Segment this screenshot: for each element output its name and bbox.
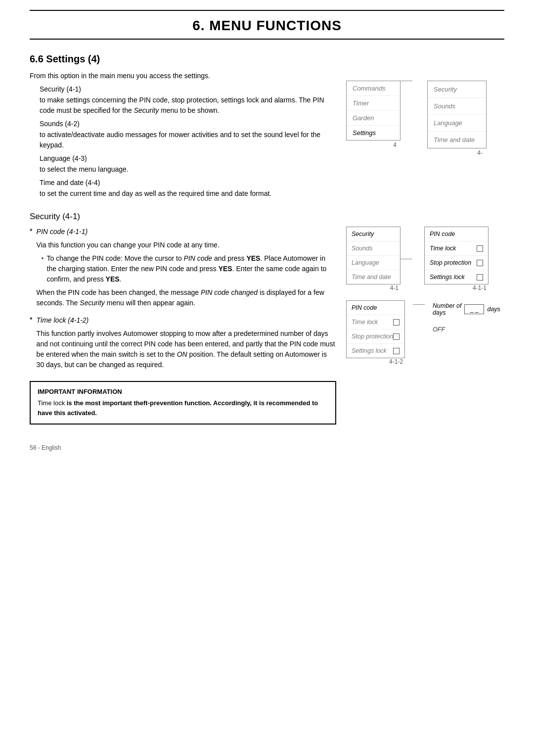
diag2-left-container: PIN code Time lock Stop protection Setti…	[346, 300, 405, 365]
diag-row-1: Security Sounds Language Time and date 4…	[346, 227, 504, 291]
sub-menu-box: Security Sounds Language Time and date	[427, 81, 487, 148]
off-label: OFF	[433, 326, 500, 333]
sub-item-2: Sounds (4-2)	[40, 120, 336, 128]
bullet-dot-2: •	[30, 314, 33, 373]
intro-text: From this option in the main menu you ac…	[30, 71, 346, 203]
footer-text: 58 - English	[30, 444, 61, 451]
security-section: Security (4-1) • PIN code (4-1-1) Via th…	[30, 212, 504, 429]
main-menu-container: Commands Timer Garden Settings 4	[346, 81, 400, 148]
security-subsection-heading: Security (4-1)	[30, 212, 504, 222]
diag1-connector	[400, 227, 412, 291]
diag1-right-timelock: Time lock	[425, 241, 488, 256]
diag1-left-container: Security Sounds Language Time and date 4…	[346, 227, 400, 291]
diag1-right-stopprotect: Stop protection	[425, 256, 488, 270]
sub-item-desc-4: to set the current time and day as well …	[40, 189, 336, 199]
diag2-settingslock-checkbox	[393, 348, 400, 354]
main-sub-connector	[400, 81, 412, 81]
sub-menu-container: Security Sounds Language Time and date 4…	[412, 81, 487, 156]
menu-item-commands: Commands	[347, 81, 400, 96]
diag2-connector-line	[413, 304, 425, 305]
top-diagram-wrapper: Commands Timer Garden Settings 4 Securit…	[346, 81, 487, 156]
bullet-time-lock: • Time lock (4-1-2) This function partly…	[30, 315, 336, 373]
sub-item-label-2: Sounds (4-2)	[40, 120, 80, 128]
diag2-timelock-checkbox	[393, 319, 400, 326]
diag1-right-number: 4-1-1	[412, 284, 489, 291]
sub-item-desc-2: to activate/deactivate audio messages fo…	[40, 130, 336, 150]
section-heading: 6.6 Settings (4)	[30, 53, 504, 65]
intro-paragraph: From this option in the main menu you ac…	[30, 71, 336, 81]
sub-item-text-2: to activate/deactivate audio messages fo…	[40, 130, 336, 150]
content-area: • PIN code (4-1-1) Via this function you…	[30, 227, 504, 429]
bullet-content-2: Time lock (4-1-2) This function partly i…	[37, 315, 336, 373]
important-box: IMPORTANT INFORMATION Time lock is the m…	[30, 381, 336, 425]
diag1-right-container: PIN code Time lock Stop protection Setti…	[412, 227, 489, 291]
stopprotect-checkbox	[477, 260, 483, 266]
diag2-left-number: 4-1-2	[346, 358, 405, 365]
main-menu-number: 4	[346, 141, 400, 148]
diag1-left-timedate: Time and date	[347, 270, 400, 284]
diag2-left-timelock: Time lock	[347, 315, 404, 330]
content-diagrams: Security Sounds Language Time and date 4…	[346, 227, 504, 429]
sub-item-text-3: to select the menu language.	[40, 164, 336, 175]
diag1-connector-line	[400, 259, 412, 259]
content-text: • PIN code (4-1-1) Via this function you…	[30, 227, 346, 429]
diag1-left-sounds: Sounds	[347, 241, 400, 256]
diag2-connector	[413, 304, 425, 305]
days-row: Number ofdays _ _ days	[433, 302, 500, 316]
sub-item-3: Language (4-3)	[40, 154, 336, 162]
bullet-pin-code: • PIN code (4-1-1) Via this function you…	[30, 227, 336, 311]
days-input: _ _	[464, 304, 484, 314]
time-lock-desc: This function partly involves Automower …	[37, 329, 336, 370]
sub-item-label-1: Security (4-1)	[40, 85, 81, 93]
diag2-left-pincode: PIN code	[347, 301, 404, 315]
sub-bullet-1: • To change the PIN code: Move the curso…	[42, 253, 336, 284]
diagram-4-1: Security Sounds Language Time and date 4…	[346, 227, 504, 291]
sub-item-text-1: to make settings concerning the PIN code…	[40, 95, 336, 116]
diag1-left-number: 4-1	[346, 284, 400, 291]
sub-bullet-dot-1: •	[42, 253, 44, 284]
page-footer: 58 - English	[30, 444, 504, 451]
important-text: Time lock is the most important theft-pr…	[38, 398, 328, 418]
menu-item-garden: Garden	[347, 111, 400, 126]
sub-item-text-4: to set the current time and day as well …	[40, 189, 336, 199]
sub-menu-language: Language	[428, 115, 486, 132]
chapter-title: 6. MENU FUNCTIONS	[30, 10, 504, 40]
diag1-left-box: Security Sounds Language Time and date	[346, 227, 400, 284]
sub-menu-number: 4-	[412, 148, 487, 156]
sub-menu-timedate: Time and date	[428, 132, 486, 148]
sub-menu-sounds: Sounds	[428, 98, 486, 115]
diag2-left-settingslock: Settings lock	[347, 344, 404, 358]
sub-item-1: Security (4-1)	[40, 85, 336, 93]
sub-menu-security: Security	[428, 81, 486, 98]
diag2-left-stopprotect: Stop protection	[347, 330, 404, 344]
diag1-left-security: Security	[347, 227, 400, 241]
sub-item-desc-3: to select the menu language.	[40, 164, 336, 175]
bottom-diag-area: PIN code Time lock Stop protection Setti…	[346, 300, 504, 365]
sub-item-label-4: Time and date (4-4)	[40, 179, 100, 187]
diag2-left-box: PIN code Time lock Stop protection Setti…	[346, 300, 405, 358]
diag1-right-pincode: PIN code	[425, 227, 488, 241]
bullet-content-1: PIN code (4-1-1) Via this function you c…	[37, 227, 336, 311]
main-menu-box: Commands Timer Garden Settings	[346, 81, 400, 141]
pin-code-desc1: Via this function you can change your PI…	[37, 240, 336, 250]
bullet-dot-1: •	[30, 226, 33, 311]
important-title: IMPORTANT INFORMATION	[38, 388, 328, 395]
settingslock-checkbox	[477, 274, 483, 281]
number-of-days-label: Number ofdays	[433, 302, 461, 316]
time-lock-label: Time lock (4-1-2)	[37, 315, 336, 326]
pin-code-italic-label: PIN code (4-1-1)	[37, 228, 88, 236]
top-diagram-area: Commands Timer Garden Settings 4 Securit…	[346, 71, 504, 203]
sub-item-label-3: Language (4-3)	[40, 154, 87, 162]
page-wrapper: 6. MENU FUNCTIONS 6.6 Settings (4) From …	[0, 0, 534, 756]
diag1-right-settingslock: Settings lock	[425, 270, 488, 284]
sub-item-desc-1: to make settings concerning the PIN code…	[40, 95, 336, 116]
connector-line	[400, 81, 412, 81]
sub-item-4: Time and date (4-4)	[40, 179, 336, 187]
menu-item-timer: Timer	[347, 96, 400, 111]
pin-code-desc2: When the PIN code has been changed, the …	[37, 287, 336, 308]
menu-item-settings: Settings	[347, 126, 400, 140]
days-unit: days	[487, 306, 500, 313]
diag2-stopprotect-checkbox	[393, 333, 400, 340]
intro-area: From this option in the main menu you ac…	[30, 71, 504, 203]
diag1-left-language: Language	[347, 256, 400, 270]
